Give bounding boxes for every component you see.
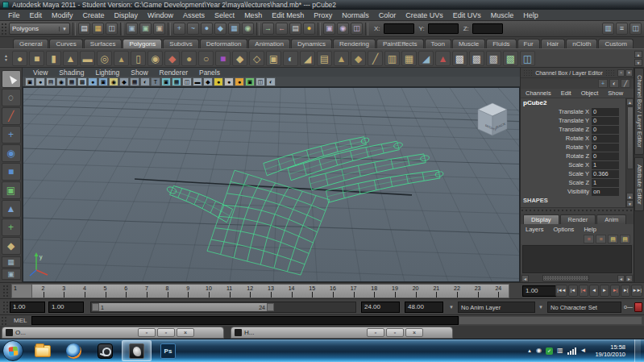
snap-to-view-plane-icon[interactable]: ▦ [228, 23, 240, 35]
current-frame-marker[interactable]: 1 [11, 284, 32, 298]
restore-button[interactable]: ▫ [138, 328, 156, 337]
high-quality-icon[interactable]: ● [235, 77, 244, 86]
soft-modification-tool-icon[interactable]: ▲ [2, 200, 21, 218]
textured-t-icon[interactable]: T [151, 77, 160, 86]
insert-edge-loop-icon[interactable]: ▥ [384, 51, 400, 66]
character-set-dropdown[interactable]: No Character Set [547, 302, 621, 313]
panel-menu-item[interactable]: View [27, 69, 53, 77]
shelf-tab[interactable]: Toon [425, 39, 451, 48]
frame-tick[interactable]: 14 [281, 285, 302, 298]
poly-soccerball-icon[interactable]: ○ [198, 51, 214, 66]
offset-edge-loop-icon[interactable]: ▦ [401, 51, 417, 66]
channel-row[interactable]: Rotate Z 0 [521, 152, 625, 160]
scroll-thumb[interactable] [627, 106, 634, 169]
automatic-mapping-icon[interactable]: ▩ [503, 51, 518, 66]
panel-menu-item[interactable]: Renderer [154, 69, 193, 77]
poly-cone-icon[interactable]: ▲ [63, 51, 78, 66]
select-component-mask-icon[interactable]: ▣ [153, 23, 165, 35]
shelf-tab[interactable]: Animation [248, 39, 290, 48]
snap-to-grid-icon[interactable]: + [173, 23, 185, 35]
menubar-item[interactable]: Window [143, 11, 178, 19]
menubar-item[interactable]: Modify [47, 11, 78, 19]
project-curve-icon[interactable]: ▲ [435, 51, 451, 66]
restore-button[interactable]: ▫ [367, 328, 384, 337]
panel-menu-item[interactable]: Shading [53, 69, 89, 77]
booleans-icon[interactable]: ◐ [283, 51, 298, 66]
motion-blur-icon[interactable]: ◐ [140, 77, 150, 86]
menubar-item[interactable]: Assets [178, 11, 210, 19]
show-desktop-button[interactable] [634, 339, 641, 362]
layer-editor-tab[interactable]: Anim [596, 214, 626, 224]
range-start-handle[interactable] [92, 303, 99, 311]
make-live-icon[interactable]: ◉ [242, 23, 254, 35]
isolate-select-icon[interactable]: ▣ [161, 77, 171, 86]
wireframe-display-icon[interactable]: ▩ [77, 77, 87, 86]
shaded-display-icon[interactable]: ● [88, 77, 98, 86]
panel-drag-handle[interactable] [523, 69, 533, 76]
frame-tick[interactable]: 19 [384, 285, 405, 298]
select-tool-icon[interactable] [2, 70, 21, 88]
shelf-tab[interactable]: Curves [49, 39, 82, 48]
command-input[interactable] [31, 316, 459, 325]
animation-start-field[interactable]: 1.00 [10, 302, 45, 313]
channel-row[interactable]: Rotate Y 0 [521, 143, 625, 152]
auto-keyframe-icon[interactable] [634, 302, 642, 312]
layer-editor-tab[interactable]: Render [560, 214, 596, 224]
lighting-display-icon[interactable]: ◉ [109, 77, 118, 86]
channel-row[interactable]: Rotate X 0 [521, 134, 625, 143]
camera-lock-icon[interactable]: ● [35, 77, 45, 86]
maximize-button[interactable]: ▫ [386, 328, 404, 337]
taskbar-firefox-button[interactable] [59, 340, 89, 361]
xray-icon[interactable]: ◫ [256, 77, 265, 86]
create-layer-from-selected-icon[interactable]: ▤ [620, 235, 630, 243]
taskbar-clock[interactable]: 15:58 19/10/2010 [590, 343, 630, 358]
move-selected-to-layer-icon[interactable]: ≡ [584, 235, 594, 243]
hidden-icons-chevron-icon[interactable]: ▲ [527, 348, 532, 353]
frame-tick[interactable]: 21 [426, 285, 447, 298]
separate-icon[interactable]: ◇ [249, 51, 264, 66]
shelf-tab[interactable]: Hair [541, 39, 566, 48]
assign-to-layer-icon[interactable]: ≡ [596, 235, 606, 243]
ipr-render-icon[interactable]: ◉ [337, 23, 349, 35]
selection-mode-dropdown[interactable]: Polygons ▼ [9, 23, 70, 35]
wifi-signal-icon[interactable] [567, 347, 576, 355]
shelf-tab[interactable]: Rendering [333, 39, 376, 48]
hyperbolic-control-icon[interactable]: ╱ [621, 79, 630, 88]
frame-tick[interactable]: 10 [198, 285, 219, 298]
save-scene-icon[interactable]: ◫ [106, 23, 118, 35]
frame-tick[interactable]: 18 [364, 285, 384, 298]
tab-attribute-editor[interactable]: Attribute Editor [634, 157, 644, 212]
camera-attributes-icon[interactable]: ▤ [46, 77, 56, 86]
shelf-tab[interactable]: Dynamics [291, 39, 332, 48]
image-plane-icon[interactable]: ▦ [67, 77, 77, 86]
snap-to-point-icon[interactable]: ● [201, 23, 213, 35]
menubar-item[interactable]: Color [374, 11, 401, 19]
bookmark-icon[interactable]: ◉ [56, 77, 66, 86]
step-back-frame-button[interactable]: |◄ [568, 285, 578, 297]
step-forward-frame-button[interactable]: ►| [621, 285, 630, 297]
scroll-up-icon[interactable]: ▲ [626, 98, 634, 106]
frame-tick[interactable]: 15 [301, 285, 322, 298]
step-back-key-button[interactable]: |◄ [579, 285, 588, 297]
output-connections-icon[interactable]: ← [276, 23, 288, 35]
cylindrical-mapping-icon[interactable]: ▩ [469, 51, 484, 66]
selected-object-name[interactable]: pCube2 [521, 98, 625, 107]
layer-editor-tab[interactable]: Display [523, 214, 559, 224]
smooth-icon[interactable]: ● [181, 51, 197, 66]
channel-row[interactable]: Scale Y 0.366 [521, 169, 625, 178]
textured-display-icon[interactable]: ▣ [98, 77, 108, 86]
low-quality-icon[interactable]: ● [214, 77, 223, 86]
input-connections-icon[interactable]: → [262, 23, 274, 35]
frame-tick[interactable]: 7 [136, 285, 157, 298]
scroll-right-icon[interactable]: ► [625, 275, 633, 282]
rotate-tool-icon[interactable]: ◉ [2, 144, 21, 162]
panel-popout-icon[interactable]: ▫ [617, 69, 625, 77]
current-time-field[interactable]: 1.00 [522, 285, 559, 297]
volume-icon[interactable]: ◄ [580, 347, 587, 355]
frame-tick[interactable]: 24 [488, 285, 509, 298]
bridge-icon[interactable]: ▤ [317, 51, 332, 66]
menubar-item[interactable]: Normals [337, 11, 374, 19]
frame-tick[interactable]: 9 [177, 285, 198, 298]
title-bar[interactable]: Autodesk Maya 2011 - Student Version: G:… [0, 0, 644, 10]
gate-mask-icon[interactable]: ◆ [203, 77, 213, 86]
